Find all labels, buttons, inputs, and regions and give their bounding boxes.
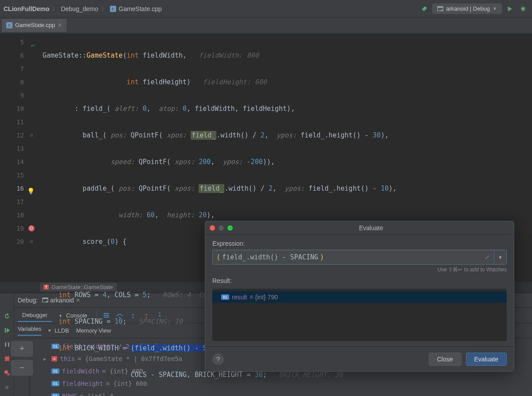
help-icon[interactable]: ? [212,353,224,365]
cpp-file-icon: c [110,6,116,12]
variables-subtab[interactable]: Variables [18,325,41,336]
svg-rect-5 [5,342,6,347]
expand-icon[interactable]: ⤢ [485,254,489,260]
result-row[interactable]: 01 result = {int} 790 [212,291,507,303]
editor-tab-label: GameState.cpp [15,22,55,28]
breadcrumb-root[interactable]: CLionFullDemo [4,5,49,12]
svg-rect-1 [438,6,443,8]
resume-icon[interactable] [3,326,12,335]
remove-watch-icon[interactable]: − [11,360,33,376]
gutter: 5↩ 6 7 8 9 10 11 12⊟ 13 14 15 16💡 17 18 … [0,34,27,281]
expression-label: Expression: [212,240,507,247]
hint-text: Use ⇧⌘↩ to add to Watches [212,267,507,273]
svg-point-3 [521,7,525,11]
close-window-icon[interactable] [210,225,215,231]
close-button[interactable]: Close [429,353,462,366]
result-area: 01 result = {int} 790 [212,289,507,341]
expression-input[interactable]: (field_.width() - SPACING) ⤢ ▾ [212,250,507,265]
add-watch-icon[interactable]: + [11,341,33,357]
evaluate-button[interactable]: Evaluate [466,353,507,366]
stop-icon[interactable] [3,354,12,363]
svg-rect-7 [5,357,9,361]
breadcrumb-folder[interactable]: Debug_demo [61,5,98,12]
run-config-selector[interactable]: arkanoid | Debug ▼ [432,4,502,14]
chevron-down-icon[interactable]: ▾ [494,250,506,265]
int-badge-icon: 01 [221,294,229,300]
run-icon[interactable] [505,4,515,14]
minimize-window-icon[interactable] [219,225,224,231]
svg-rect-6 [8,342,9,347]
pause-icon[interactable] [3,340,12,349]
editor-tab[interactable]: c GameState.cpp ✕ [2,19,66,32]
breadcrumb: CLionFullDemo 〉 Debug_demo 〉 c GameState… [4,5,162,13]
rerun-icon[interactable] [3,312,12,321]
svg-point-8 [4,370,8,374]
debug-icon[interactable] [518,4,528,14]
close-icon[interactable]: ✕ [58,22,62,28]
svg-point-2 [441,9,443,11]
run-config-label: arkanoid | Debug [446,5,490,12]
svg-rect-4 [4,328,6,333]
breadcrumb-file[interactable]: GameState.cpp [119,5,162,12]
application-icon [437,6,443,12]
breadcrumb-sep: 〉 [101,5,107,13]
breakpoints-icon[interactable] [3,369,12,377]
breadcrumb-sep: 〉 [52,5,58,13]
result-label: Result: [212,277,507,284]
svg-point-9 [7,373,10,376]
build-icon[interactable] [419,4,430,14]
more-icon[interactable]: » [3,383,12,392]
debug-label: Debug: [18,297,38,304]
chevron-down-icon: ▼ [493,6,497,11]
evaluate-dialog: Evaluate Expression: (field_.width() - S… [205,221,514,372]
dialog-title: Evaluate [233,224,509,231]
cpp-file-icon: c [6,22,12,28]
maximize-window-icon[interactable] [227,225,233,231]
